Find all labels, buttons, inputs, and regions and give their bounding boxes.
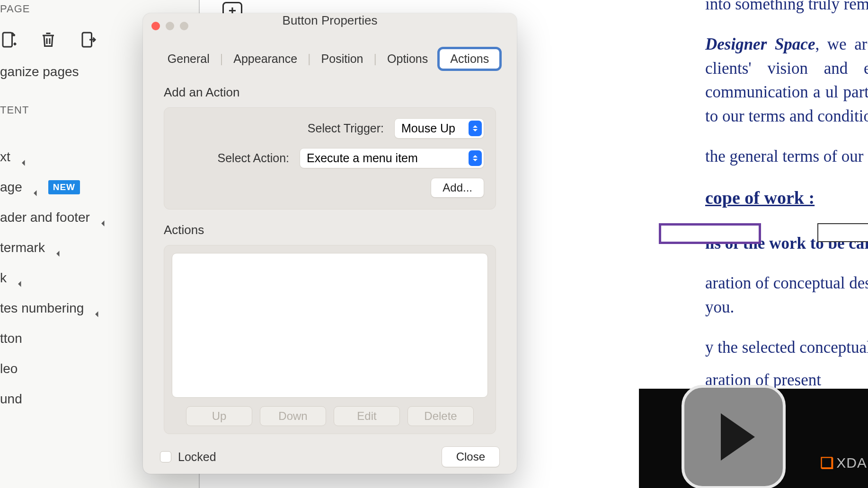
new-badge: NEW — [48, 180, 80, 194]
sidebar-item-label: ganize pages — [0, 64, 79, 79]
dropdown-arrows-icon — [469, 121, 482, 136]
sidebar-item-label: age — [0, 180, 22, 195]
chevron-down-icon — [22, 160, 28, 166]
chevron-down-icon — [18, 281, 24, 287]
sidebar-item-label: termark — [0, 240, 45, 255]
add-action-button[interactable]: Add... — [431, 178, 484, 198]
chevron-down-icon — [101, 220, 107, 227]
tab-general[interactable]: General — [158, 48, 219, 70]
close-window-button[interactable] — [151, 22, 160, 30]
close-button[interactable]: Close — [442, 446, 500, 467]
xda-logo: ❑ XDA — [820, 454, 867, 472]
select-action-dropdown[interactable]: Execute a menu item — [300, 148, 484, 168]
actions-panel: Up Down Edit Delete — [164, 245, 496, 434]
dialog-tabs: General | Appearance | Position | Option… — [143, 47, 517, 71]
sidebar-item-label: ader and footer — [0, 210, 90, 225]
sidebar-item-label: xt — [0, 149, 10, 165]
minimize-window-button[interactable] — [166, 22, 174, 30]
checkbox-icon — [160, 451, 171, 462]
trash-icon[interactable] — [40, 31, 57, 48]
play-button[interactable] — [682, 385, 786, 488]
sidebar-item-label: k — [0, 270, 7, 286]
dialog-footer: Locked Close — [143, 434, 517, 481]
actions-heading: Actions — [164, 223, 496, 237]
chevron-down-icon — [56, 251, 62, 257]
video-player-overlay[interactable]: ❑ XDA — [639, 389, 868, 488]
dropdown-arrows-icon — [469, 150, 482, 166]
edit-button[interactable]: Edit — [334, 406, 400, 426]
window-controls — [151, 22, 188, 30]
extract-page-icon[interactable] — [80, 31, 97, 48]
form-field-grey[interactable] — [817, 223, 868, 242]
chevron-down-icon — [34, 190, 40, 196]
select-trigger-label: Select Trigger: — [308, 122, 384, 135]
add-action-panel: Select Trigger: Mouse Up Select Action: … — [164, 107, 496, 209]
sidebar-item-label: tton — [0, 331, 22, 346]
select-action-label: Select Action: — [218, 151, 289, 165]
chevron-down-icon — [96, 311, 102, 317]
dialog-titlebar: Button Properties — [143, 13, 517, 28]
locked-checkbox[interactable]: Locked — [160, 450, 216, 464]
zoom-window-button[interactable] — [180, 22, 188, 30]
sidebar-item-label: leo — [0, 361, 18, 376]
sidebar-item-label: tes numbering — [0, 301, 84, 316]
tab-actions[interactable]: Actions — [437, 47, 502, 71]
add-action-heading: Add an Action — [164, 85, 496, 100]
sidebar-item-label: und — [0, 392, 22, 407]
insert-page-icon[interactable] — [0, 31, 17, 48]
dialog-title: Button Properties — [143, 13, 517, 28]
tab-options[interactable]: Options — [378, 48, 437, 70]
delete-button[interactable]: Delete — [407, 406, 474, 426]
form-field-purple[interactable] — [659, 223, 761, 244]
select-trigger-dropdown[interactable]: Mouse Up — [394, 118, 484, 139]
button-properties-dialog: Button Properties General | Appearance |… — [143, 13, 517, 474]
xda-glyph-icon: ❑ — [820, 454, 834, 472]
actions-listbox[interactable] — [172, 253, 488, 398]
play-icon — [721, 413, 755, 461]
tab-position[interactable]: Position — [312, 48, 373, 70]
up-button[interactable]: Up — [186, 406, 252, 426]
tab-appearance[interactable]: Appearance — [224, 48, 307, 70]
svg-rect-0 — [3, 33, 12, 47]
down-button[interactable]: Down — [260, 406, 326, 426]
